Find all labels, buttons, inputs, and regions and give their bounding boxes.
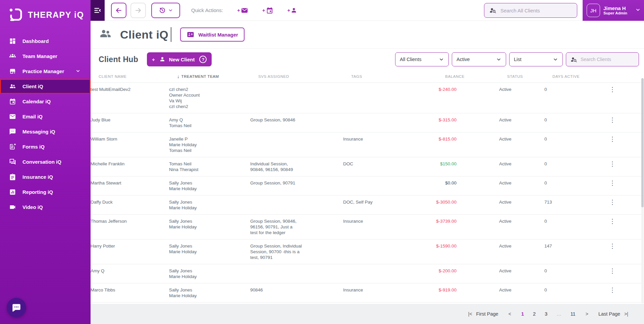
row-menu-button[interactable]: ⋮: [609, 136, 616, 153]
table-row[interactable]: Martha StewartSally JonesMarie HolidayGr…: [91, 176, 644, 196]
sidebar-item-insurance-iq[interactable]: Insurance iQ: [0, 169, 91, 184]
row-menu-button[interactable]: ⋮: [609, 117, 616, 128]
column-header-treatment-team[interactable]: ↓TREATMENT TEAM: [177, 74, 258, 79]
column-header-tags[interactable]: TAGS: [351, 74, 426, 78]
search-all-clients-input[interactable]: [500, 8, 572, 13]
chevron-down-icon: [635, 7, 641, 14]
sidebar-item-messaging-iq[interactable]: Messaging iQ: [0, 124, 91, 139]
prev-page-button[interactable]: <: [508, 311, 511, 317]
row-menu-button[interactable]: ⋮: [609, 304, 616, 304]
team-member: czl chen2: [169, 104, 244, 109]
user-profile-menu[interactable]: JH Jimena H Super Admin: [583, 0, 644, 21]
status: Active: [499, 243, 544, 260]
user-name: Jimena H: [603, 5, 627, 11]
last-page-button[interactable]: Last Page >|: [598, 311, 628, 317]
page-number-1[interactable]: 1: [521, 311, 524, 317]
table-row[interactable]: Judy BlueAmy QTomas NeilGroup Session, 9…: [91, 113, 644, 132]
table-row[interactable]: Daffy DuckSally JonesMarie HolidayDOC, S…: [91, 196, 644, 215]
page-number-3[interactable]: 3: [545, 311, 547, 317]
row-menu-button[interactable]: ⋮: [609, 87, 616, 109]
team-member: Sally Jones: [169, 180, 244, 186]
chevron-down-icon: [439, 57, 444, 62]
days-active: 0: [544, 180, 602, 192]
sidebar-item-label: Messaging iQ: [22, 129, 55, 134]
column-header-balance[interactable]: BALANCE: [426, 74, 507, 78]
quick-action-person-plus[interactable]: +: [287, 7, 299, 14]
next-page-button[interactable]: >: [586, 311, 588, 317]
team-member: Va Wij: [169, 98, 244, 104]
row-menu-button[interactable]: ⋮: [609, 218, 616, 235]
new-client-button[interactable]: + New Client ?: [147, 52, 212, 66]
balance: $0.00: [418, 180, 499, 192]
nav-back-button[interactable]: [111, 3, 126, 18]
waitlist-manager-button[interactable]: Waitlist Manager: [180, 28, 245, 42]
client-type-dropdown[interactable]: All Clients: [395, 52, 449, 66]
team-member: Sally Jones: [169, 243, 244, 249]
search-clients-input[interactable]: [581, 57, 635, 62]
sidebar-item-conversation-iq[interactable]: Conversation iQ: [0, 154, 91, 169]
row-menu-button[interactable]: ⋮: [609, 243, 616, 260]
sidebar-item-calendar-iq[interactable]: Calendar iQ: [0, 94, 91, 109]
person-plus-icon: [291, 7, 298, 14]
sidebar-item-email-iq[interactable]: Email iQ: [0, 109, 91, 124]
row-menu-button[interactable]: ⋮: [609, 199, 616, 211]
row-menu-button[interactable]: ⋮: [609, 161, 616, 172]
status: Active: [499, 180, 544, 192]
page-number-2[interactable]: 2: [533, 311, 536, 317]
svs-assigned: [250, 87, 343, 109]
brand-logo[interactable]: THERAPY iQ: [0, 0, 91, 23]
sidebar-collapse-button[interactable]: [91, 0, 105, 21]
scrollbar-thumb[interactable]: [641, 78, 644, 207]
table-row[interactable]: test MultiEmailDev2czl chen2Owner Accoun…: [91, 83, 644, 113]
new-client-label: New Client: [169, 57, 195, 62]
nav-forward-button[interactable]: [130, 3, 146, 18]
table-row[interactable]: Harry PotterSally JonesMarie HolidayGrou…: [91, 239, 644, 264]
table-row[interactable]: William StornJanelle PMarie HolidayTomas…: [91, 132, 644, 157]
status-dropdown[interactable]: Active: [452, 52, 506, 66]
sidebar-item-forms-iq[interactable]: Forms iQ: [0, 139, 91, 154]
column-header-client-name[interactable]: CLIENT NAME: [99, 74, 177, 78]
sidebar: THERAPY iQ DashboardTeam ManagerPractice…: [0, 0, 91, 324]
days-active: 0: [544, 268, 602, 279]
days-active: 0: [544, 87, 602, 109]
chat-widget-button[interactable]: [7, 298, 26, 317]
person-icon: [159, 56, 166, 63]
balance: $-815.00: [418, 136, 499, 153]
column-header-days-active[interactable]: DAYS ACTIVE: [552, 74, 610, 78]
quick-action-email-plus[interactable]: +: [237, 7, 248, 14]
history-dropdown-button[interactable]: [151, 3, 180, 18]
quick-action-calendar-plus[interactable]: +: [262, 7, 273, 14]
sidebar-item-client-iq[interactable]: Client iQ: [0, 79, 91, 94]
sidebar-item-practice-manager[interactable]: Practice Manager: [0, 64, 91, 79]
first-page-button[interactable]: |< First Page: [468, 311, 498, 317]
page-number-11[interactable]: 11: [571, 311, 576, 317]
table-row[interactable]: Michelle FranklinTomas NeilNina Therapis…: [91, 157, 644, 176]
row-menu-button[interactable]: ⋮: [609, 287, 616, 299]
sidebar-item-team-manager[interactable]: Team Manager: [0, 49, 91, 64]
column-header-status[interactable]: STATUS: [507, 74, 552, 78]
search-all-clients[interactable]: [484, 3, 577, 18]
tags: [343, 87, 418, 109]
team-member: Janelle P: [169, 136, 244, 142]
client-name: [91, 304, 169, 304]
arrow-right-icon: [135, 7, 142, 14]
column-header-svs-assigned[interactable]: SVS ASSIGNED: [258, 74, 351, 78]
sidebar-item-video-iq[interactable]: Video iQ: [0, 200, 91, 215]
pagination-bar: |< First Page < 123…11 > Last Page >|: [91, 304, 644, 324]
table-row[interactable]: Thomas JeffersonSally JonesMarie Holiday…: [91, 215, 644, 239]
sidebar-item-dashboard[interactable]: Dashboard: [0, 34, 91, 49]
row-menu-button[interactable]: ⋮: [609, 180, 616, 192]
page-title[interactable]: Client iQ: [120, 28, 168, 41]
view-dropdown[interactable]: List: [509, 52, 563, 66]
sidebar-item-reporting-iq[interactable]: Reporting iQ: [0, 184, 91, 200]
team-member: Sally Jones: [169, 218, 244, 224]
balance: $-919.00: [418, 287, 499, 299]
search-clients[interactable]: [566, 52, 639, 66]
table-row[interactable]: Sally JonesIndividual Sessi$-2050.00⋮: [91, 303, 644, 304]
main-content: Client iQ Waitlist Manager Client Hub + …: [91, 21, 644, 324]
help-icon[interactable]: ?: [199, 56, 207, 63]
row-menu-button[interactable]: ⋮: [609, 268, 616, 279]
table-row[interactable]: Marco TibbsSally JonesMarie Holiday90846…: [91, 283, 644, 303]
sidebar-item-label: Video iQ: [22, 204, 43, 210]
table-row[interactable]: Amy QSally JonesMarie Holiday$-200.00Act…: [91, 264, 644, 283]
